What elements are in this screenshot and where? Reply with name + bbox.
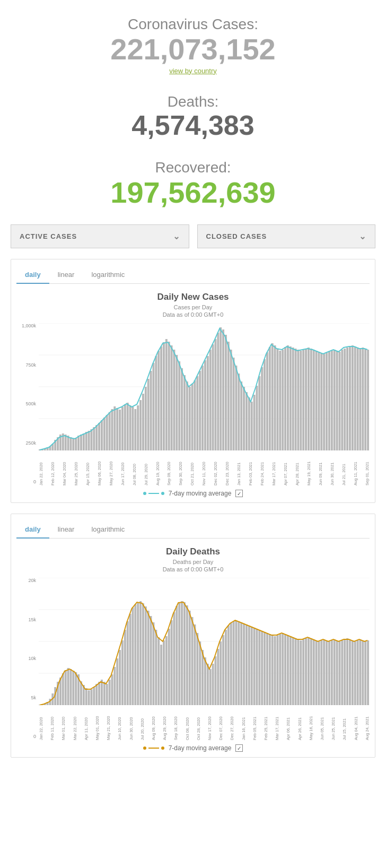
x-label: Jan 16, 2021 <box>241 708 246 740</box>
svg-rect-239 <box>300 640 302 705</box>
svg-rect-58 <box>176 355 178 450</box>
svg-rect-128 <box>357 348 359 450</box>
svg-rect-257 <box>346 638 348 705</box>
svg-rect-160 <box>95 684 98 705</box>
svg-rect-265 <box>367 640 369 705</box>
svg-rect-90 <box>258 376 260 450</box>
x-label: Apr 26, 2021 <box>297 708 302 740</box>
svg-rect-101 <box>287 345 289 450</box>
svg-rect-24 <box>88 431 90 450</box>
chart2-moving-avg-checkbox[interactable]: ✓ <box>235 744 243 752</box>
svg-rect-181 <box>150 616 152 705</box>
svg-rect-46 <box>145 387 147 450</box>
x-label: May 21, 2020 <box>106 708 111 740</box>
x-label: Aug 24, 2021 <box>365 708 370 740</box>
svg-rect-222 <box>256 629 258 705</box>
x-label: Sep 30, 2020 <box>178 454 183 485</box>
svg-rect-200 <box>199 641 201 705</box>
active-cases-dropdown[interactable]: ACTIVE CASES ⌄ <box>11 224 189 248</box>
svg-rect-18 <box>72 439 74 450</box>
chart2-x-axis: Jan 22, 2020 Feb 11, 2020 Mar 01, 2020 M… <box>39 707 370 740</box>
x-label: Jun 30, 2020 <box>129 708 134 740</box>
svg-rect-96 <box>274 345 276 450</box>
chart1-tab-linear[interactable]: linear <box>49 267 83 284</box>
svg-rect-33 <box>111 409 113 450</box>
svg-rect-240 <box>302 639 304 705</box>
svg-rect-55 <box>168 342 170 450</box>
chart1-tab-daily[interactable]: daily <box>16 267 49 284</box>
closed-cases-dropdown[interactable]: CLOSED CASES ⌄ <box>197 224 376 248</box>
chart1-tab-bar: daily linear logarithmic <box>16 267 370 284</box>
chart1-svg <box>39 323 370 450</box>
svg-rect-235 <box>290 636 292 705</box>
svg-rect-254 <box>339 641 341 705</box>
svg-rect-117 <box>328 352 330 450</box>
x-label: Oct 21, 2020 <box>190 454 195 485</box>
x-label: May 27, 2020 <box>109 454 113 485</box>
svg-rect-159 <box>93 687 95 705</box>
x-label: Mar 17, 2021 <box>275 708 279 740</box>
svg-rect-104 <box>295 349 297 450</box>
x-label: Jul 20, 2020 <box>140 708 145 740</box>
chart1-tab-logarithmic[interactable]: logarithmic <box>83 267 133 284</box>
x-label: Dec 27, 2020 <box>230 708 234 740</box>
svg-rect-49 <box>153 363 155 450</box>
svg-rect-228 <box>271 635 274 705</box>
svg-rect-167 <box>113 667 116 705</box>
svg-rect-233 <box>284 634 286 705</box>
svg-rect-186 <box>163 640 165 705</box>
svg-rect-147 <box>62 673 64 705</box>
svg-rect-217 <box>243 623 245 705</box>
chart2-tab-daily[interactable]: daily <box>16 522 49 539</box>
chart1-title: Daily New Cases <box>16 292 370 302</box>
chart2-tab-logarithmic[interactable]: logarithmic <box>83 522 133 539</box>
svg-rect-264 <box>364 641 366 705</box>
svg-rect-32 <box>109 412 111 450</box>
chart1-subtitle2: Data as of 0:00 GMT+0 <box>16 311 370 318</box>
svg-rect-121 <box>339 352 341 450</box>
svg-rect-237 <box>295 638 297 705</box>
svg-rect-108 <box>305 349 307 450</box>
active-cases-label: ACTIVE CASES <box>20 232 77 240</box>
svg-rect-231 <box>279 634 281 705</box>
x-label: Sep 09, 2020 <box>166 454 171 485</box>
svg-rect-26 <box>93 427 95 450</box>
legend-dot2-cases <box>161 492 164 495</box>
svg-rect-180 <box>147 611 150 705</box>
deaths-label: Deaths: <box>11 93 375 110</box>
x-label: Apr 28, 2021 <box>295 454 300 485</box>
svg-rect-95 <box>271 343 274 450</box>
svg-rect-218 <box>245 624 248 705</box>
chart2-subtitle2: Data as of 0:00 GMT+0 <box>16 566 370 572</box>
svg-rect-245 <box>315 640 318 705</box>
svg-rect-201 <box>201 650 204 705</box>
svg-rect-99 <box>282 350 284 450</box>
chart1-y-label-500k: 500k <box>25 401 36 406</box>
svg-rect-174 <box>132 607 134 705</box>
chart1-moving-avg-checkbox[interactable]: ✓ <box>235 490 243 497</box>
svg-rect-176 <box>137 602 139 705</box>
chart2-subtitle1: Deaths per Day <box>16 559 370 565</box>
svg-rect-118 <box>331 351 333 450</box>
view-by-country-link[interactable]: view by country <box>169 67 217 75</box>
x-label: Aug 29, 2020 <box>162 708 167 740</box>
svg-rect-114 <box>320 353 322 450</box>
svg-rect-81 <box>235 366 238 450</box>
svg-rect-86 <box>248 397 250 450</box>
svg-rect-202 <box>204 657 206 705</box>
x-label: Jan 13, 2021 <box>236 454 241 485</box>
svg-rect-207 <box>217 649 219 705</box>
x-label: Aug 11, 2021 <box>353 454 358 485</box>
svg-rect-212 <box>230 623 232 705</box>
svg-rect-247 <box>320 640 322 705</box>
x-label: Dec 02, 2020 <box>213 454 218 485</box>
svg-rect-169 <box>119 650 121 705</box>
svg-rect-113 <box>318 352 320 450</box>
svg-rect-92 <box>264 359 266 450</box>
svg-rect-15 <box>65 435 67 450</box>
svg-rect-17 <box>70 437 72 450</box>
svg-rect-105 <box>297 350 300 450</box>
svg-rect-116 <box>326 353 328 450</box>
svg-rect-94 <box>269 347 271 450</box>
chart2-tab-linear[interactable]: linear <box>49 522 83 539</box>
